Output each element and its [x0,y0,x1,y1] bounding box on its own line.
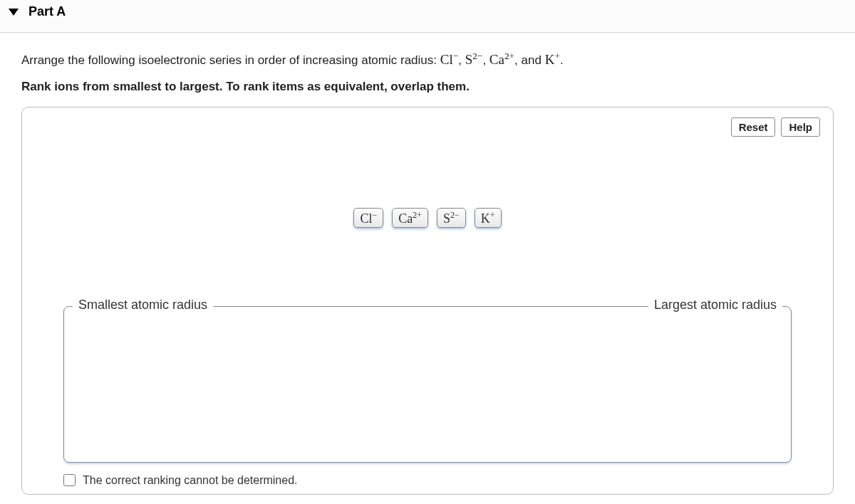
prompt-text: Arrange the following isoelectronic seri… [21,50,834,70]
cannot-determine-checkbox[interactable] [63,474,76,486]
part-header: Part A [0,0,855,33]
prompt-ion: Ca2+ [489,52,514,67]
prompt-leadin: Arrange the following isoelectronic seri… [21,53,440,67]
cannot-determine-label: The correct ranking cannot be determined… [83,474,298,487]
content-area: Arrange the following isoelectronic seri… [0,33,855,504]
help-button[interactable]: Help [781,117,820,137]
ion-chip[interactable]: Cl− [353,208,383,228]
ion-chip[interactable]: S2− [437,208,466,228]
reset-button[interactable]: Reset [731,117,776,137]
part-title: Part A [28,4,66,19]
prompt-ion: S2− [465,52,483,67]
zone-label-largest: Largest atomic radius [648,298,782,313]
ranking-widget: Reset Help Cl−Ca2+S2−K+ Smallest atomic … [21,107,834,495]
ion-chip[interactable]: Ca2+ [392,208,428,228]
ion-chip[interactable]: K+ [475,208,502,228]
zone-label-smallest: Smallest atomic radius [73,298,213,313]
chips-pool: Cl−Ca2+S2−K+ [35,208,820,228]
cannot-determine-row: The correct ranking cannot be determined… [63,474,820,487]
ranking-instruction: Rank ions from smallest to largest. To r… [21,80,834,94]
ranking-drop-zone[interactable]: Smallest atomic radius Largest atomic ra… [63,306,792,463]
widget-toolbar: Reset Help [35,117,820,137]
prompt-ion: K+ [545,52,560,67]
prompt-ion: Cl− [440,52,458,67]
collapse-triangle-icon[interactable] [9,9,19,16]
prompt-terminator: . [560,53,564,67]
